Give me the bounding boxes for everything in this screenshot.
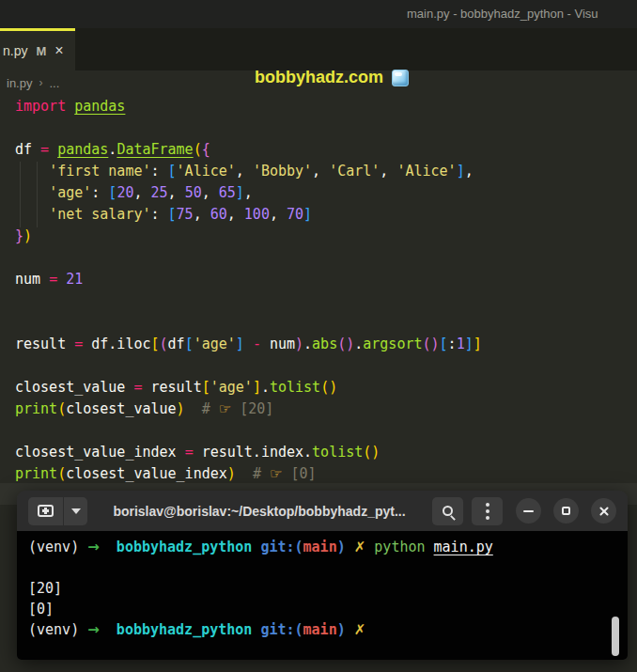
breadcrumb-more[interactable]: ... [49, 76, 59, 90]
maximize-icon [562, 507, 570, 515]
chevron-right-icon: › [39, 76, 42, 89]
watermark-text: bobbyhadz.com [255, 68, 383, 87]
search-button[interactable] [432, 497, 463, 525]
code-line: }) [15, 226, 635, 247]
tab-dropdown-button[interactable] [64, 497, 87, 525]
chevron-down-icon [71, 508, 81, 514]
code-line: closest_value = result['age'].tolist() [15, 377, 635, 399]
terminal-window: borislav@borislav:~/Desktop/bobbyhadz_py… [17, 491, 628, 660]
code-line: num = 21 [15, 269, 635, 290]
tab-close-icon[interactable]: × [54, 44, 63, 57]
new-tab-split-button [28, 497, 87, 525]
ice-cube-icon [392, 70, 409, 86]
code-line: result = df.iloc[(df['age'] - num).abs()… [15, 334, 635, 355]
code-editor[interactable]: import pandas df = pandas.DataFrame({ 'f… [15, 96, 635, 485]
code-line: closest_value_index = result.index.tolis… [15, 442, 635, 463]
close-button[interactable] [591, 498, 616, 524]
code-line: 'net salary': [75, 60, 100, 70] [15, 204, 635, 226]
code-line [15, 117, 635, 139]
terminal-line: [0] [28, 599, 616, 619]
tab-main-py[interactable]: n.py M × [0, 28, 75, 70]
code-line: 'age': [20, 25, 50, 65], [15, 182, 635, 204]
tab-label: n.py [3, 43, 27, 58]
watermark-title: bobbyhadz.com [13, 56, 637, 99]
window-titlebar[interactable]: main.py - bobbyhadz_python - Visu [0, 0, 637, 28]
breadcrumb-file[interactable]: in.py [7, 76, 32, 90]
window-controls [516, 498, 616, 524]
terminal-title: borislav@borislav:~/Desktop/bobbyhadz_py… [95, 504, 424, 519]
code-line: print(closest_value_index) # ☞ [0] [15, 463, 635, 485]
code-line [15, 247, 635, 269]
menu-button[interactable] [472, 497, 503, 525]
maximize-button[interactable] [553, 498, 579, 524]
terminal-line: (venv) → bobbyhadz_python git:(main) ✗ p… [28, 537, 616, 557]
code-line [15, 355, 635, 377]
code-line: df = pandas.DataFrame({ [15, 139, 635, 161]
code-line: 'first name': ['Alice', 'Bobby', 'Carl',… [15, 161, 635, 182]
tab-bar: n.py M × bobbyhadz.com [0, 28, 637, 70]
new-tab-button[interactable] [28, 497, 64, 525]
code-line: import pandas [15, 96, 635, 117]
terminal-line [28, 557, 616, 578]
close-icon [598, 506, 610, 517]
terminal-output[interactable]: (venv) → bobbyhadz_python git:(main) ✗ p… [17, 531, 628, 660]
minimize-icon [523, 510, 534, 512]
search-icon [443, 506, 453, 516]
breadcrumb[interactable]: in.py › ... [7, 71, 59, 94]
terminal-plus-icon [38, 505, 54, 517]
terminal-line: (venv) → bobbyhadz_python git:(main) ✗ [28, 619, 616, 640]
code-line [15, 290, 635, 312]
minimize-button[interactable] [516, 498, 541, 524]
code-line [15, 420, 635, 442]
window-title: main.py - bobbyhadz_python - Visu [407, 0, 637, 28]
terminal-scrollbar[interactable] [612, 617, 619, 656]
git-modified-badge: M [36, 44, 46, 58]
kebab-menu-icon [486, 509, 489, 513]
terminal-titlebar[interactable]: borislav@borislav:~/Desktop/bobbyhadz_py… [17, 491, 628, 531]
terminal-line: [20] [28, 578, 616, 599]
code-line: print(closest_value) # ☞ [20] [15, 399, 635, 420]
code-line [15, 312, 635, 334]
